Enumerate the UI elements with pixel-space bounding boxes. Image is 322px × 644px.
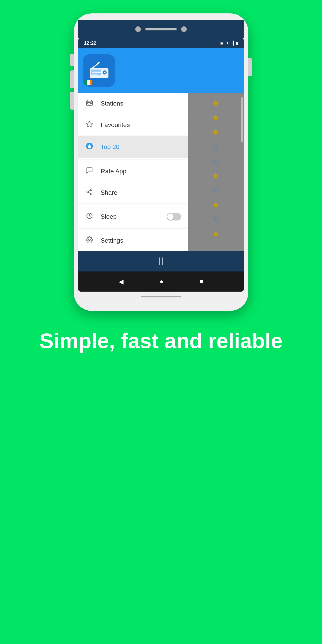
power-button[interactable] — [248, 58, 252, 76]
star-row-1[interactable]: ★ — [190, 96, 242, 110]
star-row-9[interactable]: ☆ — [190, 212, 242, 226]
camera-dot — [135, 26, 141, 32]
silent-button[interactable] — [70, 92, 74, 110]
star-3: ★ — [212, 127, 220, 137]
star-10: ★ — [212, 228, 220, 239]
favourites-icon — [85, 120, 94, 129]
star-row-6[interactable]: ★ — [190, 169, 242, 182]
camera-area — [78, 20, 244, 38]
star-row-10[interactable]: ★ — [190, 227, 242, 240]
battery-icon: ▮ — [236, 41, 238, 46]
share-label: Share — [100, 189, 118, 196]
status-time: 12:22 — [84, 40, 96, 46]
svg-point-25 — [88, 239, 90, 240]
svg-rect-11 — [88, 102, 90, 104]
sleep-label: Sleep — [100, 213, 117, 220]
scrollbar — [241, 97, 243, 142]
svg-marker-13 — [86, 121, 92, 127]
status-bar: 12:22 ▣ ▲ ▐ ▮ — [78, 38, 244, 48]
drawer-menu: Stations Favourites — [78, 93, 188, 251]
status-icons: ▣ ▲ ▐ ▮ — [220, 41, 238, 46]
star-6: ★ — [212, 170, 220, 181]
radio-app-icon — [88, 62, 110, 80]
tagline: Simple, fast and reliable — [17, 329, 305, 353]
menu-item-favourites[interactable]: Favourites — [78, 114, 188, 136]
station-list-panel: ★ ★ ★ ☆ ☆ — [188, 93, 244, 251]
pause-button[interactable]: ⏸ — [156, 255, 166, 268]
earpiece — [181, 26, 187, 32]
sleep-icon — [85, 212, 94, 221]
svg-point-21 — [90, 193, 92, 195]
menu-item-rate[interactable]: Rate App — [78, 160, 188, 182]
player-bar: ⏸ — [78, 251, 244, 272]
top20-label: Top 20 — [100, 143, 120, 150]
app-icon-wrapper — [83, 54, 115, 87]
top20-icon — [85, 142, 94, 152]
signal-icon: ▐ — [231, 41, 234, 46]
home-indicator — [141, 296, 181, 298]
divider-3 — [78, 228, 188, 229]
star-1: ★ — [212, 98, 220, 108]
app-header — [78, 48, 244, 93]
menu-item-settings[interactable]: Settings — [78, 230, 188, 251]
rate-icon — [85, 167, 94, 176]
stations-label: Stations — [100, 100, 123, 107]
android-nav: ◀ ● ■ — [78, 272, 244, 292]
share-icon — [85, 188, 94, 197]
svg-line-22 — [88, 192, 90, 194]
sleep-toggle[interactable] — [166, 213, 181, 220]
screen-content: Stations Favourites — [78, 48, 244, 292]
star-row-4[interactable]: ☆ — [190, 140, 242, 153]
menu-item-share[interactable]: Share — [78, 182, 188, 204]
divider-2 — [78, 204, 188, 205]
star-2: ★ — [212, 112, 220, 122]
star-9: ☆ — [212, 214, 220, 224]
svg-point-19 — [90, 189, 92, 191]
favourites-label: Favourites — [100, 122, 130, 128]
back-button[interactable]: ◀ — [119, 278, 124, 285]
volume-up-button[interactable] — [70, 54, 74, 66]
rate-label: Rate App — [100, 168, 126, 175]
star-7: ☆ — [212, 185, 220, 195]
star-row-2[interactable]: ★ — [190, 111, 242, 124]
speaker-bar — [145, 28, 177, 30]
svg-point-20 — [87, 191, 88, 193]
star-row-3[interactable]: ★ — [190, 125, 242, 139]
phone-frame: 12:22 ▣ ▲ ▐ ▮ — [74, 14, 248, 311]
recents-button[interactable]: ■ — [200, 278, 203, 285]
station-stars: ★ ★ ★ ☆ ☆ — [188, 93, 244, 244]
sim-icon: ▣ — [220, 41, 224, 46]
ireland-flag — [84, 80, 92, 85]
volume-down-button[interactable] — [70, 70, 74, 88]
settings-label: Settings — [100, 237, 123, 244]
toggle-knob — [167, 214, 174, 220]
menu-item-stations[interactable]: Stations — [78, 93, 188, 114]
menu-item-sleep[interactable]: Sleep — [78, 206, 188, 228]
phone-screen: 12:22 ▣ ▲ ▐ ▮ — [78, 38, 244, 292]
wifi-icon: ▲ — [226, 41, 230, 46]
home-button[interactable]: ● — [160, 278, 164, 285]
divider-1 — [78, 159, 188, 160]
star-row-8[interactable]: ★ — [190, 198, 242, 211]
star-row-5[interactable]: ☆ — [190, 154, 242, 168]
drawer-content: Stations Favourites — [78, 93, 244, 251]
star-8: ★ — [212, 200, 220, 210]
star-5: ☆ — [212, 156, 220, 166]
svg-point-12 — [90, 103, 92, 104]
stations-icon — [85, 99, 94, 108]
svg-point-7 — [104, 72, 106, 73]
svg-line-23 — [88, 190, 90, 192]
menu-item-top20[interactable]: Top 20 — [78, 136, 188, 158]
svg-line-0 — [92, 62, 99, 68]
settings-icon — [85, 236, 94, 245]
star-row-7[interactable]: ☆ — [190, 183, 242, 197]
phone-wrapper: 12:22 ▣ ▲ ▐ ▮ — [74, 14, 248, 311]
star-4: ☆ — [212, 141, 220, 152]
